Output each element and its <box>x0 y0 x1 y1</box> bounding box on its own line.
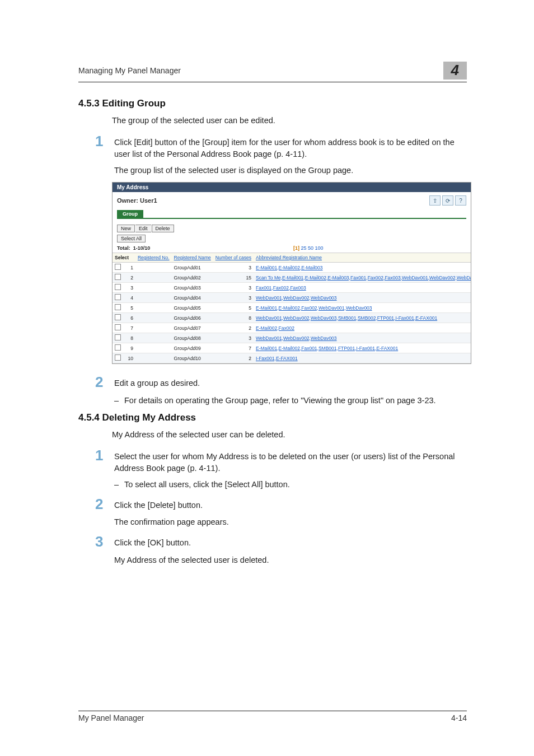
step-number: 2 <box>95 374 114 390</box>
abbreviated-name: E-Mail002,Fax002 <box>254 323 471 333</box>
number-of-cases: 3 <box>213 293 254 303</box>
row-checkbox[interactable] <box>115 334 121 340</box>
running-header: Managing My Panel Manager <box>78 66 181 75</box>
row-checkbox[interactable] <box>115 324 121 330</box>
row-checkbox[interactable] <box>115 354 121 361</box>
step-text: Edit a group as desired. <box>114 374 200 389</box>
footer-page-number: 4-14 <box>451 713 467 722</box>
row-checkbox[interactable] <box>115 314 121 320</box>
row-checkbox[interactable] <box>115 264 121 270</box>
col-registered-no[interactable]: Registered No. <box>135 253 172 263</box>
footer-left: My Panel Manager <box>78 713 144 722</box>
abbreviated-name: WebDav001,WebDav002,WebDav003 <box>254 293 471 303</box>
step-number: 2 <box>95 496 114 512</box>
row-checkbox[interactable] <box>115 344 121 351</box>
row-index: 3 <box>124 283 135 293</box>
table-row: 7GroupAdd072E-Mail002,Fax002 <box>113 323 471 333</box>
number-of-cases: 15 <box>213 273 254 283</box>
number-of-cases: 2 <box>213 353 254 363</box>
bullet-text: To select all users, click the [Select A… <box>124 479 290 491</box>
step-result: The group list of the selected user is d… <box>114 165 467 176</box>
intro-453: The group of the selected user can be ed… <box>112 115 467 127</box>
abbreviated-name: WebDav001,WebDav002,WebDav003,SMB001,SMB… <box>254 313 471 323</box>
row-index: 9 <box>124 343 135 353</box>
abbreviated-name: Fax001,Fax002,Fax003 <box>254 283 471 293</box>
select-all-button[interactable]: Select All <box>117 235 146 242</box>
table-row: 8GroupAdd083WebDav001,WebDav002,WebDav00… <box>113 333 471 343</box>
table-row: 6GroupAdd068WebDav001,WebDav002,WebDav00… <box>113 313 471 323</box>
number-of-cases: 5 <box>213 303 254 313</box>
number-of-cases: 2 <box>213 323 254 333</box>
table-row: 5GroupAdd055E-Mail001,E-Mail002,Fax002,W… <box>113 303 471 313</box>
refresh-icon[interactable]: ⟳ <box>442 195 453 206</box>
bullet-dash: – <box>114 479 124 491</box>
owner-label: Owner: User1 <box>117 197 157 204</box>
row-checkbox[interactable] <box>115 274 121 280</box>
heading-deleting-my-address: 4.5.4 Deleting My Address <box>78 412 467 423</box>
row-index: 5 <box>124 303 135 313</box>
intro-454: My Address of the selected user can be d… <box>112 429 467 441</box>
step-number: 1 <box>95 133 114 150</box>
registered-name: GroupAdd03 <box>172 283 213 293</box>
export-icon[interactable]: ⇧ <box>429 195 441 206</box>
row-index: 4 <box>124 293 135 303</box>
col-registered-name[interactable]: Registered Name <box>172 253 213 263</box>
registered-name: GroupAdd09 <box>172 343 213 353</box>
row-index: 7 <box>124 323 135 333</box>
table-row: 2GroupAdd0215Scan To Me,E-Mail001,E-Mail… <box>113 273 471 283</box>
new-button[interactable]: New <box>117 225 135 232</box>
edit-button[interactable]: Edit <box>135 225 151 232</box>
registered-name: GroupAdd02 <box>172 273 213 283</box>
row-checkbox[interactable] <box>115 284 121 290</box>
bullet-text: For details on operating the Group page,… <box>124 395 436 407</box>
row-index: 2 <box>124 273 135 283</box>
group-table: Select Registered No. Registered Name Nu… <box>113 253 471 363</box>
abbreviated-name: E-Mail001,E-Mail002,Fax001,SMB001,FTP001… <box>254 343 471 353</box>
step-result: My Address of the selected user is delet… <box>114 554 467 566</box>
page-size-links[interactable]: [1] 25 50 100 <box>293 245 324 251</box>
bullet-dash: – <box>114 395 124 407</box>
number-of-cases: 7 <box>213 343 254 353</box>
total-label: Total: <box>117 245 130 251</box>
table-row: 9GroupAdd097E-Mail001,E-Mail002,Fax001,S… <box>113 343 471 353</box>
number-of-cases: 3 <box>213 263 254 273</box>
row-checkbox[interactable] <box>115 304 121 310</box>
tab-group[interactable]: Group <box>117 210 143 218</box>
abbreviated-name: Scan To Me,E-Mail001,E-Mail002,E-Mail003… <box>254 273 471 283</box>
registered-name: GroupAdd04 <box>172 293 213 303</box>
row-checkbox[interactable] <box>115 294 121 300</box>
table-row: 3GroupAdd033Fax001,Fax002,Fax003 <box>113 283 471 293</box>
row-index: 8 <box>124 333 135 343</box>
registered-name: GroupAdd07 <box>172 323 213 333</box>
step-number: 3 <box>95 534 114 550</box>
number-of-cases: 3 <box>213 283 254 293</box>
step-text: Select the user for whom My Address is t… <box>114 447 467 474</box>
step-result: The confirmation page appears. <box>114 516 467 528</box>
row-index: 10 <box>124 353 135 363</box>
registered-name: GroupAdd08 <box>172 333 213 343</box>
table-row: 1GroupAdd013E-Mail001,E-Mail002,E-Mail00… <box>113 263 471 273</box>
total-value: 1-10/10 <box>133 245 151 251</box>
col-number-of-cases[interactable]: Number of cases <box>213 253 254 263</box>
step-text: Click the [OK] button. <box>114 534 191 549</box>
number-of-cases: 3 <box>213 333 254 343</box>
col-select: Select <box>113 253 135 263</box>
registered-name: GroupAdd05 <box>172 303 213 313</box>
row-index: 6 <box>124 313 135 323</box>
table-row: 4GroupAdd043WebDav001,WebDav002,WebDav00… <box>113 293 471 303</box>
help-icon[interactable]: ? <box>455 195 466 206</box>
col-abbreviated-name[interactable]: Abbreviated Registration Name <box>254 253 471 263</box>
row-index: 1 <box>124 263 135 273</box>
registered-name: GroupAdd01 <box>172 263 213 273</box>
table-row: 10GroupAdd102I-Fax001,E-FAX001 <box>113 353 471 363</box>
screenshot-group-page: My Address Owner: User1 ⇧ ⟳ ? Group NewE… <box>112 182 471 364</box>
abbreviated-name: I-Fax001,E-FAX001 <box>254 353 471 363</box>
heading-editing-group: 4.5.3 Editing Group <box>78 98 467 109</box>
window-titlebar: My Address <box>113 183 471 192</box>
registered-name: GroupAdd06 <box>172 313 213 323</box>
step-text: Click [Edit] button of the [Group] item … <box>114 133 467 160</box>
chapter-number: 4 <box>443 62 467 80</box>
abbreviated-name: E-Mail001,E-Mail002,E-Mail003 <box>254 263 471 273</box>
delete-button[interactable]: Delete <box>152 225 174 232</box>
abbreviated-name: WebDav001,WebDav002,WebDav003 <box>254 333 471 343</box>
